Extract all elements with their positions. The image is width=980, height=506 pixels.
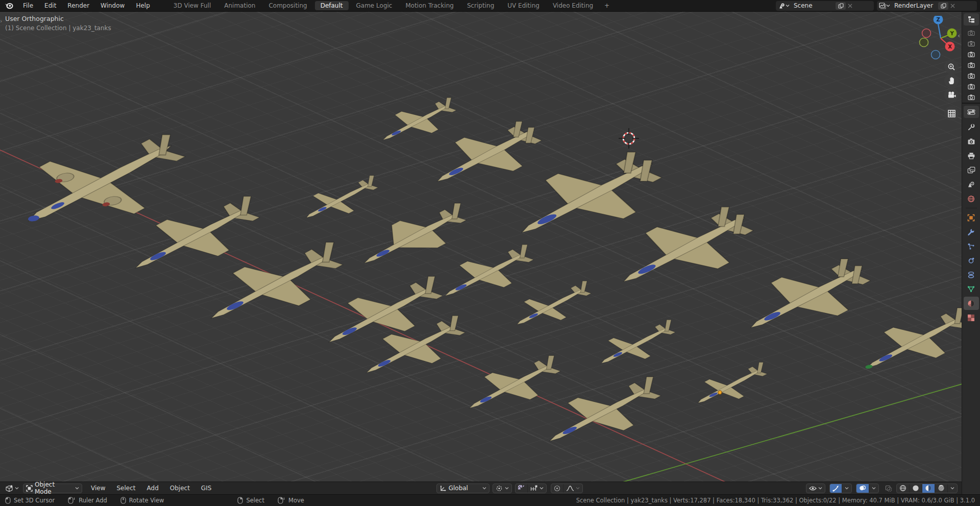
outliner-editor-selector[interactable] (964, 13, 979, 26)
props-tab-physics[interactable] (964, 254, 979, 267)
proportional-editing-toggle[interactable] (551, 484, 564, 493)
menu-object[interactable]: Object (164, 485, 195, 492)
outliner-row-camera[interactable] (967, 49, 975, 60)
props-tab-constraints[interactable] (964, 268, 979, 281)
transform-orientation-dropdown[interactable]: Global (436, 484, 489, 493)
context-label: (1) Scene Collection | yak23_tanks (5, 23, 111, 33)
aircraft[interactable] (364, 96, 467, 149)
xray-icon (885, 485, 892, 492)
show-gizmo-toggle[interactable] (830, 484, 842, 493)
outliner-row-camera[interactable] (967, 92, 975, 103)
snap-controls (515, 484, 547, 493)
toolbar-expand-chevron-icon[interactable]: › (0, 18, 2, 25)
aircraft[interactable] (289, 174, 390, 227)
outliner-row-camera-disabled[interactable] (967, 38, 975, 49)
aircraft[interactable] (341, 203, 480, 275)
aircraft[interactable] (681, 360, 779, 411)
new-view-layer-button[interactable] (938, 2, 948, 10)
props-tab-view-layer[interactable] (964, 163, 979, 177)
scene-canvas (0, 12, 962, 481)
tab-default[interactable]: Default (315, 1, 349, 10)
tab-animation[interactable]: Animation (218, 1, 261, 10)
menu-help[interactable]: Help (130, 2, 155, 9)
props-tab-modifiers[interactable] (964, 225, 979, 238)
show-overlays-toggle[interactable] (856, 484, 869, 493)
shading-rendered-button[interactable] (935, 484, 948, 493)
snap-mode-dropdown[interactable] (528, 484, 546, 493)
proportional-falloff-dropdown[interactable] (564, 484, 582, 493)
camera-view-button[interactable] (944, 88, 959, 102)
navigation-gizmo[interactable]: Z Y X (918, 16, 962, 62)
unlink-scene-button[interactable] (846, 4, 854, 8)
props-tab-texture[interactable] (964, 311, 979, 324)
aircraft[interactable] (301, 274, 460, 356)
tab-3d-view-full[interactable]: 3D View Full (168, 1, 217, 10)
props-tab-tool[interactable] (964, 121, 979, 134)
props-tab-world[interactable] (964, 192, 979, 205)
outliner-row-camera[interactable] (967, 60, 975, 70)
menu-select[interactable]: Select (111, 485, 141, 492)
aircraft[interactable] (522, 374, 677, 454)
aircraft[interactable] (718, 252, 895, 344)
menu-add[interactable]: Add (141, 485, 164, 492)
tab-game-logic[interactable]: Game Logic (351, 1, 398, 10)
shading-wireframe-button[interactable] (897, 484, 910, 493)
tab-compositing[interactable]: Compositing (263, 1, 312, 10)
output-printer-icon (967, 152, 975, 159)
props-tab-object-data[interactable] (964, 282, 979, 296)
object-type-visibility-dropdown[interactable] (806, 484, 825, 493)
menu-file[interactable]: File (17, 2, 39, 9)
overlays-dropdown[interactable] (869, 484, 878, 493)
editor-type-selector[interactable] (3, 484, 21, 493)
shading-solid-button[interactable] (910, 484, 922, 493)
menu-edit[interactable]: Edit (39, 2, 62, 9)
props-tab-render[interactable] (964, 135, 979, 148)
hint-set-3d-cursor: Set 3D Cursor (5, 497, 55, 504)
tab-scripting[interactable]: Scripting (461, 1, 500, 10)
scene-selector[interactable]: Scene (776, 1, 874, 11)
remove-view-layer-button[interactable] (948, 4, 957, 8)
aircraft[interactable] (179, 239, 362, 334)
camera-icon (967, 51, 975, 58)
viewport-3d[interactable]: User Orthographic (1) Scene Collection |… (0, 12, 962, 481)
add-workspace-button[interactable]: + (601, 1, 613, 10)
view-layer-photos-icon (967, 166, 975, 174)
menu-window[interactable]: Window (95, 2, 130, 9)
object-properties-icon (967, 214, 975, 222)
tab-motion-tracking[interactable]: Motion Tracking (400, 1, 459, 10)
tab-video-editing[interactable]: Video Editing (547, 1, 599, 10)
props-tab-material[interactable] (964, 297, 979, 310)
pan-button[interactable] (944, 74, 959, 88)
snap-toggle[interactable] (516, 484, 528, 493)
zoom-button[interactable] (944, 60, 959, 74)
props-tab-scene[interactable] (964, 178, 979, 191)
shading-material-preview-button[interactable] (922, 484, 935, 493)
outliner-row-camera[interactable] (967, 81, 975, 92)
menu-render[interactable]: Render (62, 2, 95, 9)
props-tab-particles[interactable] (964, 239, 979, 253)
new-scene-button[interactable] (836, 2, 846, 10)
hint-label: Ruler Add (79, 497, 107, 504)
chevron-down-icon (886, 4, 890, 7)
hint-label: Select (246, 497, 264, 504)
object-visibility-controls (806, 484, 825, 493)
tab-uv-editing[interactable]: UV Editing (502, 1, 545, 10)
aircraft[interactable] (840, 306, 962, 381)
props-tab-object[interactable] (964, 211, 979, 224)
outliner-row-camera-faded[interactable] (967, 28, 975, 38)
menu-gis[interactable]: GIS (195, 485, 217, 492)
shading-dropdown[interactable] (948, 484, 957, 493)
mode-dropdown[interactable]: Object Mode (23, 484, 82, 493)
aircraft[interactable] (583, 318, 688, 372)
props-tab-output[interactable] (964, 149, 979, 162)
gizmo-dropdown[interactable] (842, 484, 851, 493)
outliner-row-camera[interactable] (967, 70, 975, 81)
menu-view[interactable]: View (85, 485, 111, 492)
xray-toggle[interactable] (883, 484, 894, 493)
aircraft[interactable] (423, 243, 547, 306)
aircraft[interactable] (499, 279, 604, 333)
pivot-point-dropdown[interactable] (493, 484, 512, 493)
properties-editor-selector[interactable] (964, 106, 979, 118)
view-layer-selector[interactable]: RenderLayer (877, 1, 977, 11)
toggle-ortho-button[interactable] (944, 106, 959, 121)
